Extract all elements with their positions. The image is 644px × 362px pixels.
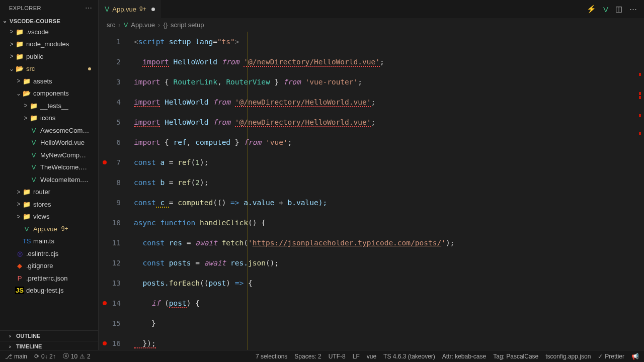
prettier-status[interactable]: ✓ Prettier — [598, 353, 624, 360]
more-actions-icon[interactable]: ⋯ — [629, 5, 637, 14]
breakpoint-icon[interactable] — [103, 160, 107, 164]
ts-version-status[interactable]: TS 4.6.3 (takeover) — [383, 353, 435, 360]
project-header[interactable]: ⌄ VSCODE-COURSE — [0, 16, 98, 26]
line-number[interactable]: 1 — [99, 32, 121, 52]
breadcrumb-segment[interactable]: src — [107, 21, 115, 29]
tree-item-label: views — [33, 213, 50, 220]
code-content[interactable]: <script setup lang="ts"> import HelloWor… — [134, 32, 644, 362]
explorer-more-icon[interactable]: ⋯ — [85, 4, 93, 12]
split-editor-icon[interactable]: ◫ — [615, 5, 622, 14]
tree-item[interactable]: >📁assets — [0, 75, 98, 87]
chevron-icon: > — [8, 41, 15, 48]
language-status[interactable]: vue — [367, 353, 376, 360]
feedback-icon[interactable]: 📢 — [631, 353, 639, 360]
vite-icon[interactable]: ⚡ — [587, 5, 596, 14]
tab-app-vue[interactable]: V App.vue 9+ — [99, 0, 162, 18]
line-number[interactable]: 8 — [99, 172, 121, 193]
tree-item[interactable]: >📁node_modules — [0, 38, 98, 51]
tree-item[interactable]: TSmain.ts — [0, 235, 98, 248]
tree-item[interactable]: ⌄📂components — [0, 87, 98, 100]
line-number[interactable]: 13 — [99, 273, 121, 293]
problems[interactable]: ⓧ10 ⚠2 — [63, 352, 91, 360]
line-gutter[interactable]: 12345678910111213141516 — [99, 32, 134, 362]
tree-item[interactable]: >📁stores — [0, 198, 98, 211]
line-number[interactable]: 10 — [99, 213, 121, 233]
explorer-title: EXPLORER — [9, 5, 41, 11]
attr-case-status[interactable]: Attr: kebab-case — [442, 353, 486, 360]
tree-item[interactable]: VHelloWorld.vue — [0, 137, 98, 149]
tree-item-label: App.vue — [33, 225, 57, 233]
vue-icon: V — [105, 5, 109, 13]
tree-item-label: src — [26, 65, 35, 72]
tree-item-label: .prettierrc.json — [26, 275, 67, 282]
tree-item[interactable]: >📁views — [0, 211, 98, 223]
file-icon: V — [29, 127, 38, 134]
tree-item[interactable]: >📁.vscode — [0, 26, 98, 38]
chevron-right-icon: › — [158, 21, 160, 29]
tree-item-label: stores — [33, 201, 51, 208]
tree-item-label: node_modules — [26, 40, 69, 48]
git-sync[interactable]: ⟳0↓ 2↑ — [34, 353, 56, 360]
file-icon: 📁 — [22, 201, 31, 208]
file-icon: V — [22, 225, 31, 233]
line-number[interactable]: 3 — [99, 72, 121, 92]
file-icon: V — [29, 163, 38, 171]
tree-item[interactable]: P.prettierrc.json — [0, 272, 98, 285]
tree-item-label: router — [33, 188, 50, 196]
tsconfig-status[interactable]: tsconfig.app.json — [545, 353, 591, 360]
file-icon: ◎ — [15, 250, 24, 257]
spaces-status[interactable]: Spaces: 2 — [294, 353, 321, 360]
line-number[interactable]: 9 — [99, 193, 121, 213]
breadcrumb-segment[interactable]: App.vue — [131, 21, 155, 29]
line-number[interactable]: 15 — [99, 313, 121, 333]
line-number[interactable]: 2 — [99, 52, 121, 72]
tree-item-label: MyNewComp… — [40, 151, 86, 159]
tree-item[interactable]: >📁icons — [0, 112, 98, 125]
file-icon: 📁 — [15, 53, 24, 60]
selections-status[interactable]: 7 selections — [256, 353, 287, 360]
chevron-down-icon: ⌄ — [2, 18, 8, 24]
line-number[interactable]: 12 — [99, 253, 121, 273]
tag-case-status[interactable]: Tag: PascalCase — [493, 353, 538, 360]
minimap[interactable] — [602, 67, 641, 362]
tree-item[interactable]: >📁router — [0, 186, 98, 199]
chevron-icon: ⌄ — [8, 65, 15, 72]
file-icon: 📁 — [29, 114, 38, 122]
breakpoint-icon[interactable] — [103, 341, 107, 345]
tree-item[interactable]: ◎.eslintrc.cjs — [0, 247, 98, 260]
warning-icon: ⚠ — [79, 353, 85, 360]
tree-item[interactable]: ⌄📂src — [0, 63, 98, 75]
chevron-right-icon: › — [118, 21, 120, 29]
tree-item-label: main.ts — [33, 237, 54, 245]
breadcrumb-segment[interactable]: script setup — [171, 21, 204, 29]
tree-item[interactable]: >📁public — [0, 50, 98, 63]
file-icon: 📁 — [22, 188, 31, 196]
line-number[interactable]: 5 — [99, 112, 121, 132]
sidebar-section[interactable]: ›OUTLINE — [0, 330, 98, 341]
line-number[interactable]: 14 — [99, 293, 121, 313]
eol-status[interactable]: LF — [353, 353, 360, 360]
line-number[interactable]: 11 — [99, 233, 121, 253]
line-number[interactable]: 6 — [99, 132, 121, 152]
tree-item[interactable]: >📁__tests__ — [0, 100, 98, 112]
vue-devtools-icon[interactable]: V — [603, 5, 608, 14]
breakpoint-icon[interactable] — [103, 301, 107, 305]
tree-item[interactable]: JSdebug-test.js — [0, 285, 98, 297]
line-number[interactable]: 7 — [99, 152, 121, 172]
tree-item[interactable]: VWelcomeItem.… — [0, 173, 98, 186]
tab-bar: V App.vue 9+ ⚡ V ◫ ⋯ — [99, 0, 644, 18]
code-editor[interactable]: 12345678910111213141516 <script setup la… — [99, 32, 644, 362]
check-icon: ✓ — [598, 353, 603, 360]
tree-item[interactable]: VTheWelcome.… — [0, 161, 98, 174]
file-icon: V — [29, 151, 38, 159]
encoding-status[interactable]: UTF-8 — [329, 353, 346, 360]
breadcrumb[interactable]: src › V App.vue › {} script setup — [99, 18, 644, 32]
tree-item[interactable]: VApp.vue9+ — [0, 223, 98, 235]
vue-icon: V — [124, 21, 128, 29]
git-branch[interactable]: ⎇main — [5, 353, 27, 360]
tree-item[interactable]: VAwesomeCom… — [0, 124, 98, 137]
tree-item[interactable]: ◆.gitignore — [0, 260, 98, 273]
line-number[interactable]: 4 — [99, 92, 121, 112]
tree-item[interactable]: VMyNewComp… — [0, 149, 98, 161]
file-icon: P — [15, 275, 24, 282]
